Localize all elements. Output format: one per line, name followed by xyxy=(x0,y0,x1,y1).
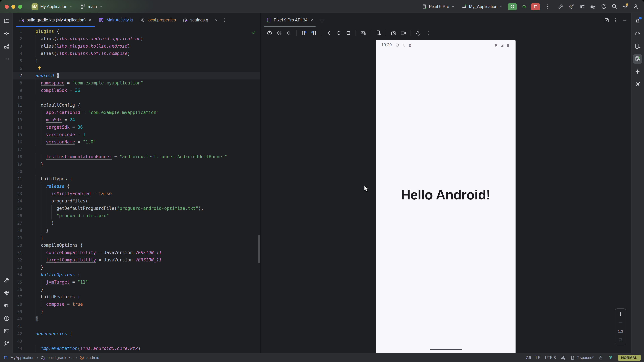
close-window-button[interactable] xyxy=(5,4,9,8)
code-editor[interactable]: 1plugins {2alias(libs.plugins.android.ap… xyxy=(14,27,260,353)
tool-logcat-cat[interactable] xyxy=(2,301,11,310)
zoom-window-button[interactable] xyxy=(18,4,22,8)
line-number[interactable]: 12 xyxy=(14,109,22,116)
tool-notifications-bell[interactable] xyxy=(633,16,642,25)
line-number[interactable]: 37 xyxy=(14,293,22,301)
home-button[interactable] xyxy=(335,30,342,36)
line-number[interactable]: 13 xyxy=(14,116,22,124)
profiler-bug-button[interactable] xyxy=(588,2,597,11)
tool-git-branch[interactable] xyxy=(2,339,11,349)
line-number[interactable]: 32 xyxy=(14,256,22,264)
settings-gear-button[interactable] xyxy=(620,2,629,11)
highlight-pen-icon[interactable] xyxy=(560,355,566,360)
line-number[interactable]: 28 xyxy=(14,227,22,234)
line-number[interactable]: 14 xyxy=(14,124,22,131)
screen-record-button[interactable] xyxy=(400,30,406,36)
tool-commit[interactable] xyxy=(2,29,11,38)
zoom-fit-button[interactable] xyxy=(618,337,623,342)
line-number[interactable]: 29 xyxy=(14,234,22,242)
vcs-branch-widget[interactable]: main xyxy=(78,3,104,10)
line-number[interactable]: 27 xyxy=(14,220,22,227)
power-button[interactable] xyxy=(266,30,273,36)
tool-plane[interactable] xyxy=(633,80,642,89)
intention-bulb-icon[interactable] xyxy=(37,66,42,71)
reset-button[interactable] xyxy=(415,30,422,36)
line-number[interactable]: 6 xyxy=(14,65,22,72)
line-number[interactable]: 30 xyxy=(14,242,22,249)
line-number[interactable]: 26 xyxy=(14,212,22,220)
breadcrumb-item[interactable]: build.gradle.kts xyxy=(48,356,74,360)
open-in-window-icon[interactable] xyxy=(604,17,609,23)
file-encoding[interactable]: UTF-8 xyxy=(545,356,556,360)
breadcrumb-item[interactable]: android xyxy=(86,356,99,360)
volume-down-button[interactable] xyxy=(286,30,292,36)
minimize-icon[interactable] xyxy=(622,17,627,23)
keyboard-mouse-button[interactable] xyxy=(360,30,366,36)
line-number[interactable]: 16 xyxy=(14,138,22,146)
line-number[interactable]: 3 xyxy=(14,42,22,50)
line-number[interactable]: 38 xyxy=(14,301,22,308)
editor-tab[interactable]: build.gradle.kts (My Application) xyxy=(16,13,96,27)
line-number[interactable]: 23 xyxy=(14,190,22,197)
line-number[interactable]: 24 xyxy=(14,197,22,205)
line-number[interactable]: 40 xyxy=(14,316,22,323)
zoom-out-button[interactable] xyxy=(618,321,623,325)
tool-gemini-sparkle[interactable] xyxy=(633,67,642,76)
chevron-down-icon[interactable] xyxy=(214,18,219,22)
line-number[interactable]: 34 xyxy=(14,271,22,279)
line-number[interactable]: 8 xyxy=(14,79,22,87)
line-number[interactable]: 21 xyxy=(14,175,22,183)
close-x-icon[interactable] xyxy=(88,18,92,22)
more-vertical-button[interactable] xyxy=(425,30,431,36)
line-number[interactable]: 44 xyxy=(14,345,22,352)
volume-up-button[interactable] xyxy=(276,30,282,36)
line-number[interactable]: 43 xyxy=(14,338,22,345)
tool-device-manager[interactable] xyxy=(633,41,642,51)
editor-tab[interactable]: settings.g xyxy=(179,13,212,27)
add-device-tab-button[interactable] xyxy=(318,16,326,24)
line-number[interactable]: 18 xyxy=(14,153,22,161)
line-number[interactable]: 5 xyxy=(14,57,22,65)
line-number[interactable]: 41 xyxy=(14,323,22,330)
tool-terminal[interactable] xyxy=(2,327,11,336)
line-number[interactable]: 10 xyxy=(14,94,22,102)
editor-tab[interactable]: MainActivity.kt xyxy=(96,13,136,27)
more-vertical-icon[interactable] xyxy=(222,18,227,22)
project-widget[interactable]: MA My Application xyxy=(30,2,75,11)
more-run-actions-button[interactable] xyxy=(543,2,552,11)
stop-button[interactable] xyxy=(531,3,540,10)
line-number[interactable]: 31 xyxy=(14,249,22,256)
overview-button[interactable] xyxy=(345,30,352,36)
device-settings-button[interactable] xyxy=(375,30,382,36)
line-ending[interactable]: LF xyxy=(536,356,540,360)
indent-setting[interactable]: 2 spaces* xyxy=(570,355,594,360)
tool-app-insights-gem[interactable] xyxy=(2,288,11,298)
zoom-in-button[interactable] xyxy=(618,312,623,317)
apply-restart-button[interactable]: A xyxy=(567,2,576,11)
line-number[interactable]: 25 xyxy=(14,205,22,212)
device-tab[interactable]: Pixel 9 Pro API 34 xyxy=(264,13,316,27)
device-selector[interactable]: Pixel 9 Pro xyxy=(420,3,457,10)
more-vertical-icon[interactable] xyxy=(613,17,618,23)
gradle-sync-button[interactable] xyxy=(599,2,608,11)
line-number[interactable]: 4 xyxy=(14,50,22,57)
tool-running-devices[interactable] xyxy=(633,54,642,64)
tool-resource-manager[interactable] xyxy=(2,41,11,51)
run-configuration-selector[interactable]: My_Application xyxy=(460,3,505,10)
apply-code-changes-button[interactable] xyxy=(578,2,586,11)
screenshot-camera-button[interactable] xyxy=(390,30,397,36)
zoom-1-1-button[interactable]: 1:1 xyxy=(618,329,623,333)
debug-button[interactable] xyxy=(520,2,528,11)
tool-gradle-elephant[interactable] xyxy=(633,29,642,38)
rotate-left-button[interactable] xyxy=(310,30,317,36)
lock-open-icon[interactable] xyxy=(598,355,603,360)
back-button[interactable] xyxy=(325,30,332,36)
tool-problems-alert[interactable] xyxy=(2,314,11,323)
line-number[interactable]: 7 xyxy=(14,72,22,79)
line-number[interactable]: 19 xyxy=(14,161,22,168)
line-number[interactable]: 1 xyxy=(14,28,22,35)
line-number[interactable]: 2 xyxy=(14,35,22,42)
search-button[interactable] xyxy=(610,2,618,11)
line-number[interactable]: 42 xyxy=(14,330,22,338)
line-number[interactable]: 15 xyxy=(14,131,22,138)
